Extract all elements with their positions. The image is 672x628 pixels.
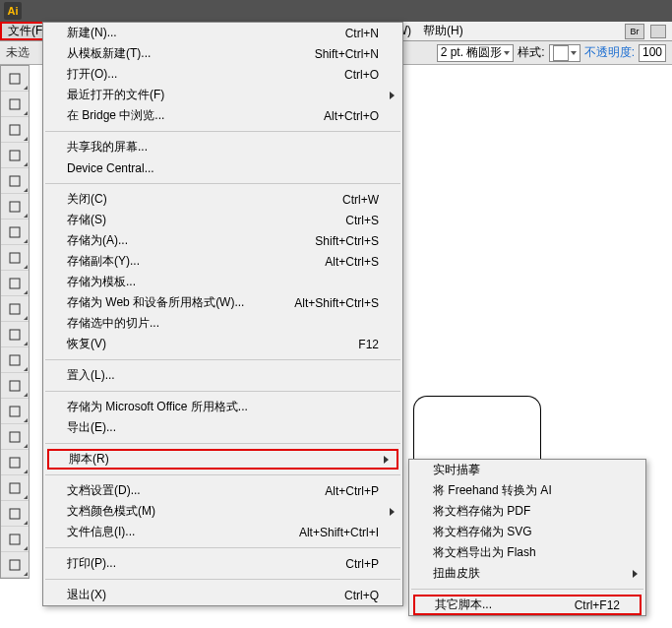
rectangle-icon — [7, 250, 23, 266]
pen-tool[interactable] — [1, 168, 29, 194]
menu-item[interactable]: 新建(N)...Ctrl+N — [43, 23, 402, 43]
menu-item[interactable]: 恢复(V)F12 — [43, 334, 402, 354]
blob-tool[interactable] — [1, 322, 29, 347]
menu-item-label: 存储(S) — [67, 212, 345, 228]
eraser-icon — [7, 352, 23, 368]
eyedropper-icon — [7, 557, 23, 573]
bridge-button[interactable]: Br — [625, 24, 644, 39]
menu-item-label: 存储为(A)... — [67, 232, 315, 249]
menu-item[interactable]: 存储为(A)...Shift+Ctrl+S — [43, 230, 402, 251]
menu-item[interactable]: 文档设置(D)...Alt+Ctrl+P — [43, 480, 402, 501]
opacity-label: 不透明度: — [584, 44, 635, 61]
arrange-button[interactable] — [650, 25, 666, 38]
menu-item[interactable]: 存储选中的切片... — [43, 313, 402, 334]
separator — [45, 443, 400, 444]
scale-icon — [7, 404, 23, 419]
style-swatch-icon — [553, 45, 569, 61]
menu-item[interactable]: 共享我的屏幕... — [43, 137, 402, 157]
menu-item[interactable]: 存储副本(Y)...Alt+Ctrl+S — [43, 251, 402, 272]
svg-rect-7 — [10, 253, 20, 263]
svg-rect-1 — [10, 99, 20, 109]
magic-wand-tool[interactable] — [1, 117, 29, 143]
opacity-input[interactable]: 100 — [639, 44, 666, 62]
menu-item[interactable]: 实时描摹 — [409, 460, 645, 480]
width-tool[interactable] — [1, 424, 29, 450]
gradient-tool[interactable] — [1, 527, 29, 552]
line-tool[interactable] — [1, 220, 29, 245]
menu-item[interactable]: 脚本(R) — [47, 449, 398, 470]
menu-item[interactable]: 存储为 Web 和设备所用格式(W)...Alt+Shift+Ctrl+S — [43, 292, 402, 313]
svg-rect-3 — [10, 151, 20, 160]
menu-item[interactable]: 从模板新建(T)...Shift+Ctrl+N — [43, 43, 402, 64]
title-bar: Ai — [0, 0, 672, 22]
svg-rect-5 — [10, 202, 20, 212]
shortcut-label: Ctrl+F12 — [575, 598, 620, 612]
eraser-tool[interactable] — [1, 347, 29, 373]
menu-item[interactable]: 打印(P)...Ctrl+P — [43, 553, 402, 574]
direct-select-tool[interactable] — [1, 92, 29, 117]
app-logo: Ai — [4, 2, 22, 20]
menu-item-label: 恢复(V) — [67, 336, 358, 352]
svg-rect-16 — [10, 483, 20, 493]
separator — [45, 547, 400, 548]
submenu-arrow-icon — [633, 570, 638, 578]
selection-tool[interactable] — [1, 66, 29, 92]
style-dropdown[interactable] — [549, 44, 580, 62]
menu-item-label: 其它脚本... — [435, 597, 575, 613]
svg-rect-19 — [10, 560, 20, 570]
menu-item[interactable]: 导出(E)... — [43, 417, 402, 438]
eyedropper-tool[interactable] — [1, 552, 29, 578]
svg-rect-18 — [10, 534, 20, 544]
menu-item[interactable]: 最近打开的文件(F) — [43, 85, 402, 105]
menu-item[interactable]: 退出(X)Ctrl+Q — [43, 585, 402, 605]
shape-builder-tool[interactable] — [1, 475, 29, 501]
mesh-tool[interactable] — [1, 501, 29, 527]
menu-item[interactable]: 存储为 Microsoft Office 所用格式... — [43, 397, 402, 417]
selection-status: 未选 — [0, 44, 35, 61]
menu-item-label: 文档设置(D)... — [67, 482, 325, 499]
menu-item[interactable]: 将文档存储为 SVG — [409, 522, 645, 542]
shortcut-label: Ctrl+O — [344, 68, 379, 82]
menu-item-label: 从模板新建(T)... — [67, 45, 315, 62]
scale-tool[interactable] — [1, 399, 29, 424]
menu-item[interactable]: 关闭(C)Ctrl+W — [43, 189, 402, 210]
menu-item[interactable]: 将 Freehand 转换为 AI — [409, 480, 645, 501]
separator — [45, 131, 400, 132]
separator — [45, 391, 400, 392]
menu-item-label: 扭曲皮肤 — [433, 565, 622, 582]
rectangle-tool[interactable] — [1, 245, 29, 271]
menu-item[interactable]: Device Central... — [43, 157, 402, 178]
svg-rect-6 — [10, 227, 20, 237]
paintbrush-tool[interactable] — [1, 271, 29, 296]
shortcut-label: Alt+Shift+Ctrl+S — [294, 296, 379, 310]
menu-item[interactable]: 存储为模板... — [43, 272, 402, 292]
lasso-tool[interactable] — [1, 143, 29, 168]
stroke-profile-dropdown[interactable]: 2 pt. 椭圆形 — [437, 44, 515, 62]
menu-item[interactable]: 打开(O)...Ctrl+O — [43, 64, 402, 85]
width-icon — [7, 429, 23, 445]
menu-item-label: 将文档导出为 Flash — [433, 544, 622, 561]
chevron-down-icon — [504, 51, 510, 55]
menu-item-label: 将文档存储为 SVG — [433, 524, 622, 540]
menubar-right: Br — [625, 22, 672, 40]
menu-item[interactable]: 扭曲皮肤 — [409, 563, 645, 584]
pencil-tool[interactable] — [1, 296, 29, 322]
menu-item[interactable]: 在 Bridge 中浏览...Alt+Ctrl+O — [43, 105, 402, 126]
blob-icon — [7, 327, 23, 343]
separator — [45, 579, 400, 580]
menu-item[interactable]: 将文档导出为 Flash — [409, 542, 645, 563]
shortcut-label: Shift+Ctrl+N — [315, 47, 379, 61]
free-transform-tool[interactable] — [1, 450, 29, 475]
menu-item[interactable]: 文档颜色模式(M) — [43, 501, 402, 522]
menu-item[interactable]: 存储(S)Ctrl+S — [43, 210, 402, 230]
separator — [411, 589, 643, 590]
type-tool[interactable] — [1, 194, 29, 220]
menu-帮助(H)[interactable]: 帮助(H) — [417, 22, 469, 40]
svg-rect-11 — [10, 355, 20, 365]
rotate-tool[interactable] — [1, 373, 29, 399]
menu-item[interactable]: 文件信息(I)...Alt+Shift+Ctrl+I — [43, 522, 402, 542]
menu-item[interactable]: 将文档存储为 PDF — [409, 501, 645, 522]
shortcut-label: Ctrl+W — [342, 193, 379, 207]
menu-item[interactable]: 其它脚本...Ctrl+F12 — [413, 595, 641, 615]
menu-item[interactable]: 置入(L)... — [43, 365, 402, 386]
